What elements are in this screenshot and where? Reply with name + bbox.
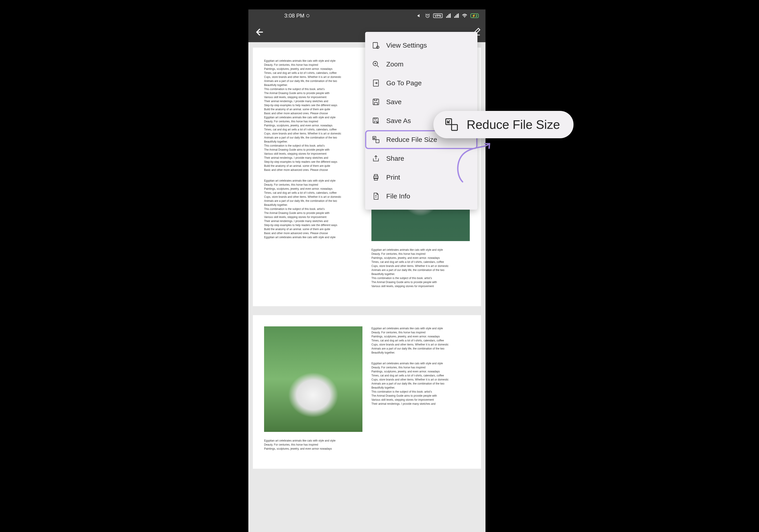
doc-text: Egyptian art celebrates animals like cat… xyxy=(264,59,362,172)
menu-label: File Info xyxy=(386,192,410,200)
menu-label: Zoom xyxy=(386,60,404,68)
menu-item-goto-page[interactable]: Go To Page xyxy=(365,74,477,93)
back-button[interactable] xyxy=(253,25,266,39)
status-bar: 3:08 PM VPN ⚡2 xyxy=(248,10,486,22)
doc-text: Egyptian art celebrates animals like cat… xyxy=(264,438,362,451)
menu-label: Share xyxy=(386,155,404,162)
menu-item-zoom[interactable]: Zoom xyxy=(365,55,477,74)
menu-label: Reduce File Size xyxy=(386,136,437,143)
vpn-badge: VPN xyxy=(433,14,443,18)
share-icon xyxy=(372,154,380,163)
doc-text: Egyptian art celebrates animals like cat… xyxy=(372,248,470,288)
reduce-file-icon xyxy=(444,117,459,132)
svg-rect-12 xyxy=(374,178,378,180)
doc-text: Egyptian art celebrates animals like cat… xyxy=(372,361,470,406)
mute-icon xyxy=(417,13,422,18)
svg-rect-15 xyxy=(452,125,458,131)
svg-rect-2 xyxy=(373,42,378,48)
svg-rect-11 xyxy=(374,174,378,176)
doc-page-2: Egyptian art celebrates animals like cat… xyxy=(253,315,481,469)
phone-screenshot: 3:08 PM VPN ⚡2 xyxy=(248,10,486,532)
alarm-icon xyxy=(425,13,430,18)
svg-rect-9 xyxy=(376,140,379,143)
menu-label: View Settings xyxy=(386,42,427,49)
svg-rect-6 xyxy=(373,99,379,105)
goto-page-icon xyxy=(372,79,380,87)
doc-text: Egyptian art celebrates animals like cat… xyxy=(372,326,470,355)
status-time: 3:08 PM xyxy=(284,13,304,19)
callout-label: Reduce File Size xyxy=(467,117,560,132)
doc-image-rabbit xyxy=(264,326,362,432)
doc-text: Egyptian art celebrates animals like cat… xyxy=(264,179,362,239)
file-info-icon xyxy=(372,192,380,200)
signal1-icon xyxy=(446,13,451,18)
view-settings-icon xyxy=(372,41,380,49)
menu-label: Save As xyxy=(386,117,411,125)
wifi-icon xyxy=(462,13,467,19)
reduce-file-icon xyxy=(372,135,380,144)
callout-reduce-file-size: Reduce File Size xyxy=(433,111,574,138)
menu-item-view-settings[interactable]: View Settings xyxy=(365,36,477,55)
annotation-arrow xyxy=(454,141,494,186)
menu-label: Go To Page xyxy=(386,79,422,87)
moon-icon xyxy=(306,13,310,19)
battery-badge: ⚡2 xyxy=(470,14,479,18)
print-icon xyxy=(372,173,380,181)
menu-item-save[interactable]: Save xyxy=(365,93,477,111)
signal2-icon xyxy=(454,13,459,18)
svg-point-0 xyxy=(306,14,309,17)
svg-point-13 xyxy=(376,195,376,196)
save-icon xyxy=(372,98,380,106)
zoom-icon xyxy=(372,60,380,68)
save-as-icon xyxy=(372,117,380,125)
menu-item-file-info[interactable]: File Info xyxy=(365,187,477,206)
menu-label: Print xyxy=(386,173,400,181)
menu-label: Save xyxy=(386,98,402,106)
